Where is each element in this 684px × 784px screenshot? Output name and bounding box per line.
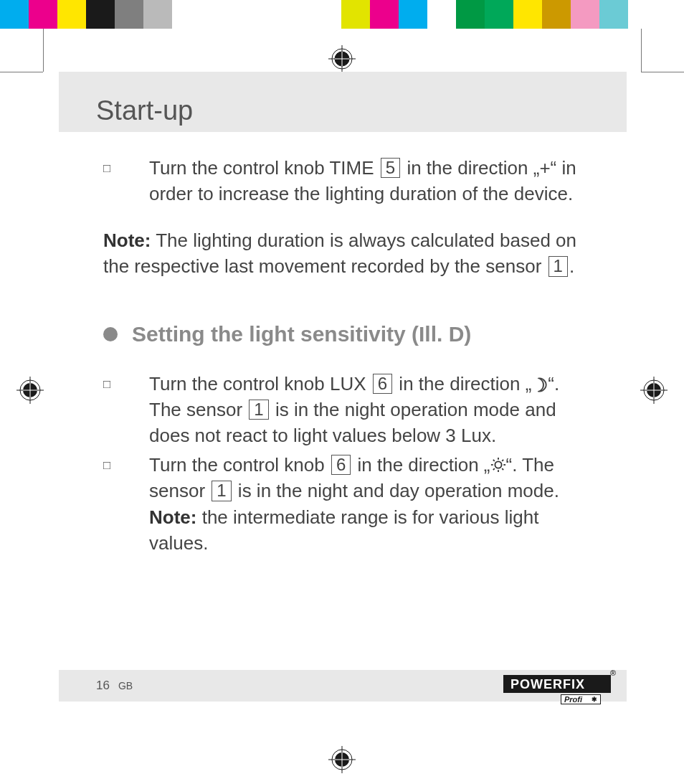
bullet-square-icon: □ — [103, 452, 149, 557]
registration-mark-icon — [328, 45, 356, 72]
list-item: □ Turn the control knob TIME 5 in the di… — [103, 155, 582, 207]
brand-logo: POWERFIX ® Profi ✱ — [503, 675, 611, 696]
color-swatch — [599, 0, 628, 29]
page-footer: 16 GB POWERFIX ® Profi ✱ — [59, 670, 627, 702]
manual-page: Start-up □ Turn the control knob TIME 5 … — [59, 72, 627, 559]
svg-point-25 — [495, 461, 501, 468]
page-content: □ Turn the control knob TIME 5 in the di… — [59, 132, 627, 556]
subsection-header: Setting the light sensitivity (Ill. D) — [103, 319, 582, 349]
color-swatch — [29, 0, 57, 29]
text: is in the night and day operation mode. — [233, 480, 559, 501]
reference-number: 6 — [331, 455, 351, 475]
text: Turn the control knob TIME — [149, 157, 379, 179]
color-swatch — [86, 0, 115, 29]
language-code: GB — [118, 680, 133, 691]
note-paragraph: Note: The lighting duration is always ca… — [103, 227, 582, 280]
note-label: Note: — [149, 506, 196, 528]
list-item-text: Turn the control knob TIME 5 in the dire… — [149, 155, 582, 207]
text: in the direction „ — [352, 454, 490, 476]
crop-rule — [641, 29, 642, 72]
color-swatch — [201, 0, 341, 29]
text: Turn the control knob — [149, 454, 330, 476]
text: in the direction „ — [394, 373, 531, 395]
brand-subtitle: Profi — [564, 695, 582, 704]
crop-rule — [641, 72, 684, 72]
svg-line-31 — [502, 468, 503, 470]
list-item: □ Turn the control knob 6 in the directi… — [103, 452, 582, 557]
color-swatch — [143, 0, 172, 29]
svg-line-32 — [493, 468, 494, 470]
print-color-strip — [0, 0, 684, 29]
subsection-title: Setting the light sensitivity (Ill. D) — [132, 319, 471, 349]
registration-mark-icon — [640, 377, 668, 404]
color-swatch — [456, 0, 485, 29]
svg-line-30 — [493, 460, 494, 461]
color-swatch — [341, 0, 370, 29]
color-swatch — [542, 0, 571, 29]
color-swatch — [513, 0, 542, 29]
color-swatch — [399, 0, 427, 29]
note-label: Note: — [103, 230, 151, 251]
registration-mark-icon — [16, 377, 44, 404]
text: the intermediate range is for various li… — [149, 506, 538, 554]
reference-number: 5 — [381, 158, 400, 178]
text: The lighting duration is always calculat… — [103, 230, 576, 277]
list-item: □ Turn the control knob LUX 6 in the dir… — [103, 371, 582, 449]
reference-number: 1 — [548, 256, 568, 276]
moon-icon: ☽ — [531, 372, 548, 398]
reference-number: 1 — [212, 481, 231, 501]
color-swatch — [370, 0, 399, 29]
color-swatch — [57, 0, 86, 29]
page-title: Start-up — [96, 95, 193, 126]
registration-mark-icon — [328, 746, 356, 773]
brand-name: POWERFIX — [510, 677, 585, 691]
reference-number: 1 — [249, 400, 268, 420]
list-item-text: Turn the control knob LUX 6 in the direc… — [149, 371, 582, 449]
sun-icon — [490, 454, 506, 476]
page-number: 16 — [96, 679, 110, 693]
bullet-square-icon: □ — [103, 155, 149, 207]
registered-icon: ® — [610, 669, 617, 677]
color-swatch — [485, 0, 513, 29]
reference-number: 6 — [373, 374, 392, 394]
color-swatch — [427, 0, 456, 29]
color-swatch — [628, 0, 655, 29]
color-swatch — [172, 0, 201, 29]
list-item-text: Turn the control knob 6 in the direction… — [149, 452, 582, 557]
gear-icon: ✱ — [592, 696, 597, 703]
text: . — [569, 255, 574, 277]
color-swatch — [0, 0, 29, 29]
color-swatch — [571, 0, 599, 29]
text: Turn the control knob LUX — [149, 373, 371, 395]
bullet-square-icon: □ — [103, 371, 149, 449]
section-header-bar: Start-up — [59, 72, 627, 132]
crop-rule — [0, 72, 43, 72]
crop-rule — [43, 29, 44, 72]
bullet-dot-icon — [103, 327, 118, 341]
color-swatch — [115, 0, 143, 29]
svg-line-33 — [502, 460, 503, 461]
